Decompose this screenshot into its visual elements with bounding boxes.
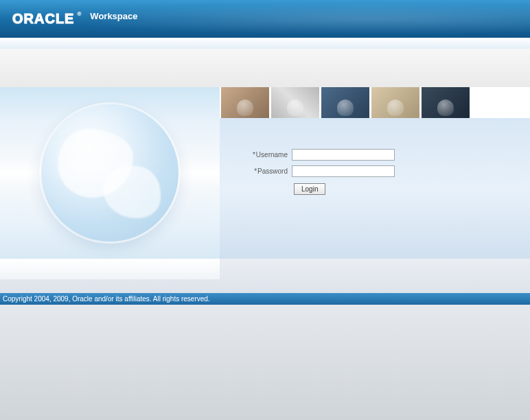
decorative-photo — [221, 87, 269, 118]
password-label: *Password — [240, 167, 292, 175]
decorative-photo — [371, 87, 419, 118]
app-header: ORACLE® Workspace — [0, 0, 530, 38]
decorative-photo — [422, 87, 470, 118]
header-divider — [0, 38, 530, 49]
username-row: *Username — [240, 149, 516, 161]
password-input[interactable] — [292, 165, 395, 177]
main-content: *Username *Password Login — [0, 87, 530, 259]
below-content — [0, 259, 530, 293]
app-title: Workspace — [90, 11, 137, 21]
decorative-photo — [271, 87, 319, 118]
login-form: *Username *Password Login — [220, 118, 530, 259]
required-marker: * — [253, 151, 255, 159]
username-label-text: Username — [256, 151, 288, 159]
copyright-text: Copyright 2004, 2009, Oracle and/or its … — [3, 295, 210, 303]
footer: Copyright 2004, 2009, Oracle and/or its … — [0, 293, 530, 305]
globe-icon — [41, 104, 178, 242]
registered-mark: ® — [77, 11, 82, 17]
password-label-text: Password — [257, 167, 288, 175]
decorative-left-pane — [0, 87, 220, 259]
right-pane: *Username *Password Login — [220, 87, 530, 259]
button-row: Login — [294, 182, 516, 195]
login-button[interactable]: Login — [294, 183, 325, 195]
username-input[interactable] — [292, 149, 395, 161]
decorative-photo — [321, 87, 369, 118]
required-marker: * — [254, 167, 257, 175]
username-label: *Username — [240, 151, 292, 159]
password-row: *Password — [240, 165, 516, 177]
bottom-fill — [0, 305, 530, 420]
below-left-strip — [0, 259, 220, 279]
photo-strip — [220, 87, 530, 118]
spacer — [0, 49, 530, 87]
brand-text: ORACLE — [11, 11, 76, 27]
brand-logo: ORACLE® — [11, 11, 82, 27]
